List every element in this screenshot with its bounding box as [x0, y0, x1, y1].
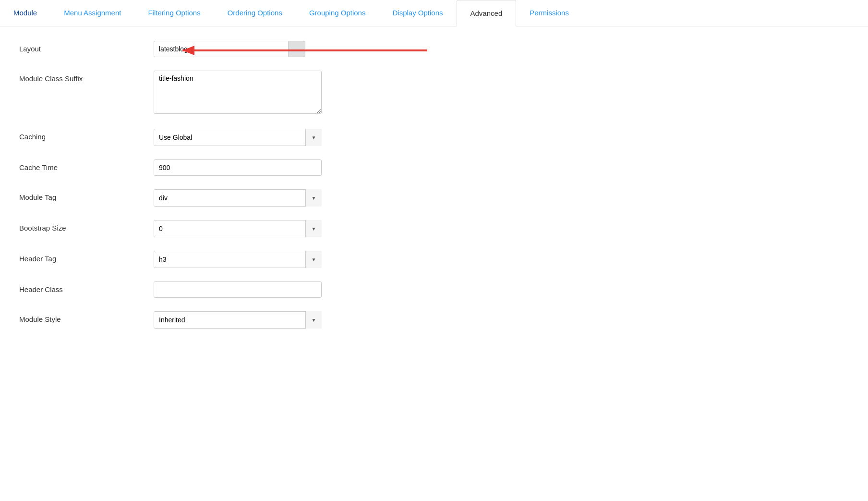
tab-advanced[interactable]: Advanced [457, 0, 517, 26]
module-tag-label: Module Tag [19, 189, 154, 201]
caching-select[interactable]: Use Global No Caching [154, 129, 322, 146]
header-tag-select-wrap: h1 h2 h3 h4 h5 h6 [154, 251, 322, 268]
module-class-suffix-control: title-fashion [154, 71, 326, 115]
caching-label: Caching [19, 129, 154, 141]
module-style-row: Module Style Inherited Outline Table Car… [19, 311, 413, 329]
module-class-suffix-label: Module Class Suffix [19, 71, 154, 83]
tab-menu-assignment[interactable]: Menu Assignment [50, 0, 134, 26]
layout-row: Layout [19, 41, 413, 57]
layout-input-group [154, 41, 326, 57]
tab-module[interactable]: Module [0, 0, 50, 26]
cache-time-input[interactable] [154, 159, 322, 176]
module-style-label: Module Style [19, 311, 154, 323]
tab-filtering-options[interactable]: Filtering Options [134, 0, 214, 26]
module-tag-select-wrap: div span section article header footer a… [154, 189, 322, 207]
header-tag-select[interactable]: h1 h2 h3 h4 h5 h6 [154, 251, 322, 268]
bootstrap-size-control: 0 1234 5678 9101112 [154, 220, 326, 237]
layout-label: Layout [19, 41, 154, 53]
header-class-row: Header Class [19, 281, 413, 298]
bootstrap-size-select-wrap: 0 1234 5678 9101112 [154, 220, 322, 237]
caching-row: Caching Use Global No Caching [19, 129, 413, 146]
module-tag-row: Module Tag div span section article head… [19, 189, 413, 207]
layout-control [154, 41, 326, 57]
module-tag-control: div span section article header footer a… [154, 189, 326, 207]
header-tag-control: h1 h2 h3 h4 h5 h6 [154, 251, 326, 268]
module-tag-select[interactable]: div span section article header footer a… [154, 189, 322, 207]
cache-time-row: Cache Time [19, 159, 413, 176]
tab-ordering-options[interactable]: Ordering Options [214, 0, 296, 26]
caching-select-wrap: Use Global No Caching [154, 129, 322, 146]
module-style-select-wrap: Inherited Outline Table Card No Style Xh… [154, 311, 322, 329]
layout-input[interactable] [154, 41, 288, 57]
caching-control: Use Global No Caching [154, 129, 326, 146]
header-tag-row: Header Tag h1 h2 h3 h4 h5 h6 [19, 251, 413, 268]
header-class-input[interactable] [154, 281, 322, 298]
cache-time-label: Cache Time [19, 159, 154, 171]
bootstrap-size-row: Bootstrap Size 0 1234 5678 9101112 [19, 220, 413, 237]
cache-time-control [154, 159, 326, 176]
form-content: Layout Module Class Suffix title-fashion… [0, 26, 432, 356]
bootstrap-size-select[interactable]: 0 1234 5678 9101112 [154, 220, 322, 237]
header-class-label: Header Class [19, 281, 154, 293]
tab-grouping-options[interactable]: Grouping Options [296, 0, 379, 26]
module-style-select[interactable]: Inherited Outline Table Card No Style Xh… [154, 311, 322, 329]
tab-permissions[interactable]: Permissions [516, 0, 582, 26]
bootstrap-size-label: Bootstrap Size [19, 220, 154, 232]
module-class-suffix-row: Module Class Suffix title-fashion [19, 71, 413, 115]
layout-select-button[interactable] [288, 41, 305, 57]
header-class-control [154, 281, 326, 298]
header-tag-label: Header Tag [19, 251, 154, 263]
module-class-suffix-textarea[interactable]: title-fashion [154, 71, 322, 114]
tab-display-options[interactable]: Display Options [379, 0, 456, 26]
tab-bar: Module Menu Assignment Filtering Options… [0, 0, 868, 26]
module-style-control: Inherited Outline Table Card No Style Xh… [154, 311, 326, 329]
